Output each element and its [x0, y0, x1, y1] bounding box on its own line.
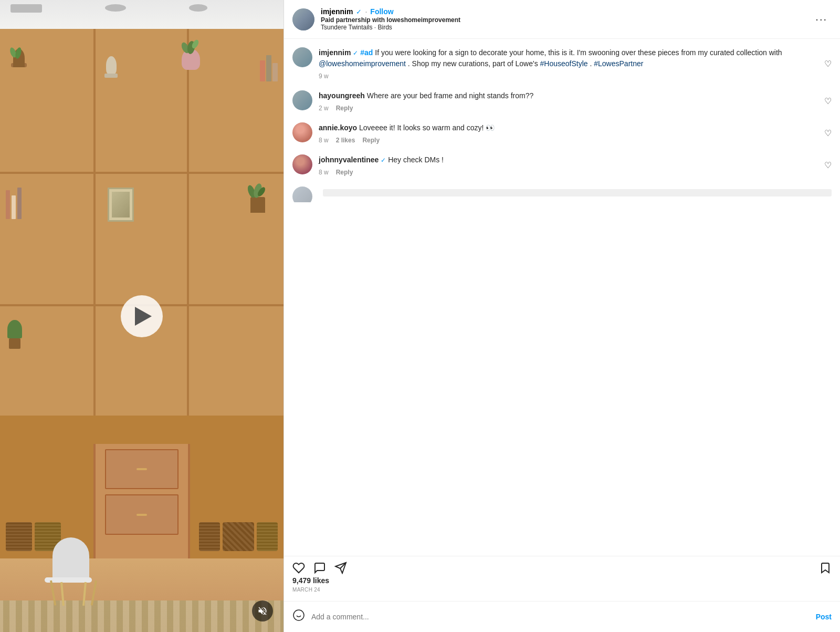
main-post-comment: imjennim ✓ #ad If you were looking for a…	[292, 47, 832, 80]
comment-item-partial	[292, 187, 832, 202]
post-date: March 24	[292, 587, 832, 597]
ad-tag: #ad	[360, 48, 373, 57]
poster-username[interactable]: imjennim	[321, 7, 353, 16]
main-comment-username[interactable]: imjennim	[319, 48, 351, 57]
reply-button[interactable]: Reply	[336, 169, 353, 176]
main-comment-time: 9 w	[319, 72, 329, 80]
comment-avatar[interactable]	[292, 90, 312, 110]
comment-meta: 2 w Reply	[319, 105, 818, 112]
comment-item: annie.koyo Loveeee it! It looks so warm …	[292, 122, 832, 144]
likes-count: 9,479 likes	[292, 574, 832, 587]
verified-badge: ✓	[356, 8, 362, 16]
comment-input[interactable]	[311, 613, 810, 621]
comments-area: imjennim ✓ #ad If you were looking for a…	[284, 39, 840, 556]
main-comment-meta: 9 w	[319, 72, 818, 80]
share-button[interactable]	[334, 562, 347, 574]
svg-point-2	[293, 610, 304, 620]
comment-text: annie.koyo Loveeee it! It looks so warm …	[319, 122, 818, 133]
comment-time: 8 w	[319, 169, 329, 176]
add-comment-area: Post	[284, 601, 840, 632]
post-header: imjennim ✓ · Follow Paid partnership wit…	[284, 0, 840, 39]
comment-icon	[313, 562, 326, 574]
ceiling-vent-1	[10, 4, 42, 13]
main-comment-like-button[interactable]: ♡	[824, 47, 832, 80]
comment-avatar[interactable]	[292, 154, 312, 174]
comment-like-button[interactable]: ♡	[824, 154, 832, 176]
comment-like-button[interactable]: ♡	[824, 90, 832, 112]
mute-button[interactable]	[252, 600, 273, 621]
comment-time: 8 w	[319, 137, 329, 144]
post-actions-bar: 9,479 likes March 24	[284, 556, 840, 601]
main-comment-verified: ✓	[353, 49, 358, 57]
comment-body: johnnyvalentinee ✓ Hey check DMs ! 8 w R…	[319, 154, 818, 176]
ceiling-vent-3	[189, 4, 207, 12]
location-text: Tsundere Twintails · Birds	[321, 24, 811, 31]
bookmark-icon	[819, 562, 832, 574]
comment-item: hayoungreeh Where are your bed frame and…	[292, 90, 832, 112]
comment-meta: 8 w Reply	[319, 169, 818, 176]
main-comment-text: imjennim ✓ #ad If you were looking for a…	[319, 47, 818, 69]
poster-avatar[interactable]	[292, 8, 314, 30]
comment-text: hayoungreeh Where are your bed frame and…	[319, 90, 818, 101]
heart-icon	[292, 562, 305, 574]
main-comment-text-part2: . Shop my new curations, part of Lowe's	[408, 59, 540, 68]
post-details-panel: imjennim ✓ · Follow Paid partnership wit…	[284, 0, 840, 632]
comment-body: annie.koyo Loveeee it! It looks so warm …	[319, 122, 818, 144]
main-comment-body: imjennim ✓ #ad If you were looking for a…	[319, 47, 818, 80]
mute-icon	[257, 606, 268, 616]
comment-avatar	[292, 187, 312, 202]
comment-meta: 8 w 2 likes Reply	[319, 137, 818, 144]
ceiling-vent-2	[105, 4, 126, 12]
comment-username[interactable]: hayoungreeh	[319, 91, 365, 100]
comment-button[interactable]	[313, 562, 326, 574]
play-icon	[135, 307, 152, 326]
post-comment-button[interactable]: Post	[816, 613, 832, 621]
comment-username[interactable]: johnnyvalentinee	[319, 156, 379, 164]
like-button[interactable]	[292, 562, 305, 574]
follow-button[interactable]: Follow	[370, 7, 393, 16]
hashtag2[interactable]: #LowesPartner	[594, 59, 643, 68]
post-media[interactable]	[0, 0, 284, 632]
emoji-button[interactable]	[292, 609, 305, 625]
comment-username[interactable]: annie.koyo	[319, 123, 357, 132]
share-icon	[334, 562, 347, 574]
comment-text: johnnyvalentinee ✓ Hey check DMs !	[319, 154, 818, 165]
poster-info: imjennim ✓ · Follow Paid partnership wit…	[321, 7, 811, 31]
comment-content: Hey check DMs !	[388, 156, 444, 164]
comment-like-button[interactable]: ♡	[824, 122, 832, 144]
partnership-text: Paid partnership with loweshomeimproveme…	[321, 16, 811, 24]
comment-likes: 2 likes	[336, 137, 355, 144]
comment-time: 2 w	[319, 105, 329, 112]
mention[interactable]: @loweshomeimprovement	[319, 59, 406, 68]
more-options-button[interactable]: ···	[811, 11, 832, 27]
hashtag1[interactable]: #HouseofStyle	[540, 59, 588, 68]
comment-content: Where are your bed frame and night stand…	[367, 91, 534, 100]
partnership-brand: loweshomeimprovement	[386, 16, 460, 24]
separator: ·	[365, 7, 367, 16]
main-commenter-avatar[interactable]	[292, 47, 312, 67]
action-icons-row	[292, 562, 832, 574]
main-comment-text-part1: If you were looking for a sign to decora…	[375, 48, 782, 57]
comment-avatar[interactable]	[292, 122, 312, 142]
emoji-icon	[292, 609, 305, 621]
comment-verified: ✓	[381, 157, 386, 164]
reply-button[interactable]: Reply	[362, 137, 380, 144]
play-button[interactable]	[121, 295, 163, 337]
comment-body: hayoungreeh Where are your bed frame and…	[319, 90, 818, 112]
comment-item: johnnyvalentinee ✓ Hey check DMs ! 8 w R…	[292, 154, 832, 176]
partnership-prefix: Paid partnership with	[321, 16, 386, 24]
comment-content: Loveeee it! It looks so warm and cozy! 👀	[359, 123, 495, 132]
reply-button[interactable]: Reply	[336, 105, 353, 112]
save-button[interactable]	[819, 562, 832, 574]
